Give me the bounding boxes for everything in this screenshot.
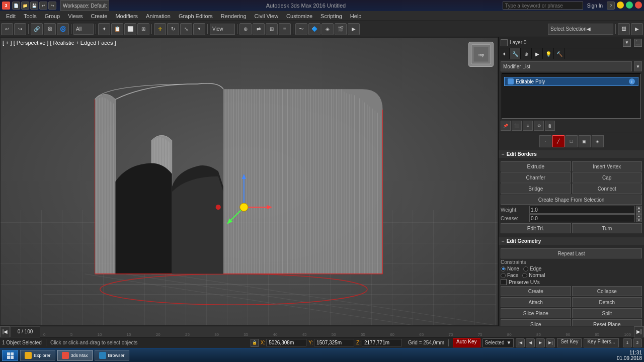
timeline-track[interactable]: 0 5 10 15 20 25 30 35 40 45 50 55 60 65 … [40, 326, 634, 337]
stack-delete-btn[interactable]: 🗑 [545, 121, 555, 131]
auto-key-btn[interactable]: Auto Key [453, 338, 480, 347]
weight-up-btn[interactable]: ▲ [636, 206, 642, 210]
modifier-list-dropdown[interactable]: Modifier List [501, 61, 632, 71]
scale-btn[interactable]: ⤡ [180, 23, 192, 35]
quick-access-open[interactable]: 📁 [21, 2, 29, 10]
none-radio[interactable]: None [501, 266, 519, 272]
selected-dropdown[interactable]: Selected▼ [482, 338, 514, 347]
render-btn[interactable]: ▶ [348, 23, 360, 35]
task-browser[interactable]: Browser [95, 350, 129, 361]
connect-btn[interactable]: Connect [572, 184, 642, 194]
menu-rendering[interactable]: Rendering [217, 11, 251, 21]
reset-plane-btn[interactable]: Reset Plane [572, 319, 642, 326]
render-frame-btn[interactable]: 🖼 [618, 23, 630, 35]
search-input[interactable] [503, 2, 583, 10]
weight-input[interactable] [529, 206, 635, 214]
menu-graph-editors[interactable]: Graph Editors [175, 11, 217, 21]
workspace-dropdown[interactable]: Workspace: Default [60, 0, 109, 11]
menu-animation[interactable]: Animation [142, 11, 175, 21]
crease-up-btn[interactable]: ▲ [636, 214, 642, 218]
create-shape-btn[interactable]: Create Shape From Selection [501, 195, 642, 205]
tab-motion[interactable]: ▶ [532, 48, 543, 59]
align-btn[interactable]: ⊞ [266, 23, 278, 35]
viewport[interactable]: [ + ] [ Perspective ] [ Realistic + Edge… [0, 37, 498, 326]
slice-btn[interactable]: Slice [501, 319, 571, 326]
slice-plane-btn[interactable]: Slice Plane [501, 308, 571, 318]
element-sub-obj[interactable]: ◈ [592, 135, 604, 147]
move-btn[interactable]: ✛ [154, 23, 166, 35]
quick-access-save[interactable]: 💾 [30, 2, 38, 10]
face-radio[interactable]: Face [501, 273, 518, 278]
stack-pin-btn[interactable]: 📌 [501, 121, 511, 131]
anim-play[interactable]: ▶ [536, 338, 545, 347]
nav-cube[interactable]: Top [468, 42, 494, 67]
quick-render-btn[interactable]: ▶ [631, 23, 643, 35]
normal-radio[interactable]: Normal [522, 273, 545, 278]
detach-btn[interactable]: Detach [572, 297, 642, 307]
bridge-btn[interactable]: Bridge [501, 184, 571, 194]
tab-modify[interactable]: 🔧 [510, 48, 521, 59]
menu-create[interactable]: Create [87, 11, 111, 21]
cap-btn[interactable]: Cap [572, 172, 642, 183]
edit-geometry-header[interactable]: Edit Geometry [499, 237, 644, 245]
polygon-sub-obj[interactable]: ▣ [579, 135, 591, 147]
menu-customize[interactable]: Customize [282, 11, 316, 21]
lock-btn[interactable]: 🔒 [251, 339, 259, 347]
select-btn[interactable]: ✦ [98, 23, 110, 35]
layer-btn[interactable]: ≡ [279, 23, 291, 35]
timeline-play-back[interactable]: |◀ [0, 326, 10, 337]
create-geo-btn[interactable]: Create [501, 286, 571, 296]
sign-in-btn[interactable]: Sign In [587, 3, 603, 9]
split-btn[interactable]: Split [572, 308, 642, 318]
time-1[interactable]: 1 [623, 338, 632, 347]
select-link-btn[interactable]: 🔗 [31, 23, 43, 35]
anim-prev-frame[interactable]: ◀ [526, 338, 535, 347]
y-value[interactable]: 1507,325m [314, 339, 354, 346]
tab-display[interactable]: 💡 [543, 48, 554, 59]
render-setup-btn[interactable]: 🎬 [335, 23, 347, 35]
scale-dropdown[interactable]: ▼ [193, 23, 205, 35]
quick-access-new[interactable]: 📄 [12, 2, 20, 10]
modifier-list-arrow[interactable]: ▼ [634, 61, 642, 71]
edit-borders-header[interactable]: Edit Borders [499, 150, 644, 158]
stack-show-all-btn[interactable]: ≡ [523, 121, 533, 131]
anim-skip-start[interactable]: |◀ [516, 338, 525, 347]
collapse-btn[interactable]: Collapse [572, 286, 642, 296]
extrude-btn[interactable]: Extrude [501, 161, 571, 171]
mirror-btn[interactable]: ⇄ [253, 23, 265, 35]
vertex-sub-obj[interactable]: · [539, 135, 551, 147]
redo-toolbar-btn[interactable]: ↪ [14, 23, 26, 35]
preserve-uvs-check[interactable] [501, 279, 507, 285]
anim-next-frame[interactable]: ▶| [546, 338, 555, 347]
menu-group[interactable]: Group [41, 11, 64, 21]
z-value[interactable]: 2177,771m [362, 339, 402, 346]
help-btn[interactable]: ? [607, 2, 615, 10]
menu-modifiers[interactable]: Modifiers [111, 11, 142, 21]
menu-tools[interactable]: Tools [20, 11, 41, 21]
layer-expand-btn[interactable]: ▼ [623, 39, 631, 47]
crease-down-btn[interactable]: ▼ [636, 218, 642, 222]
x-value[interactable]: 5026,308m [266, 339, 306, 346]
time-2[interactable]: 2 [633, 338, 642, 347]
rect-select-btn[interactable]: ⬜ [124, 23, 136, 35]
window-cross-btn[interactable]: ⊞ [137, 23, 149, 35]
turn-btn[interactable]: Turn [572, 223, 642, 233]
maximize-btn[interactable] [626, 2, 633, 9]
edit-tri-btn[interactable]: Edit Tri. [501, 223, 571, 233]
bind-space-warp-btn[interactable]: 🌀 [57, 23, 69, 35]
schematic-btn[interactable]: 🔷 [308, 23, 320, 35]
key-filters-btn[interactable]: Key Filters... [584, 338, 619, 347]
curve-editor-btn[interactable]: 〜 [295, 23, 307, 35]
task-explorer[interactable]: Explorer [20, 350, 55, 361]
select-name-btn[interactable]: 📋 [111, 23, 123, 35]
undo-btn[interactable]: ↩ [39, 2, 47, 10]
border-sub-obj[interactable]: □ [566, 135, 578, 147]
unlink-btn[interactable]: ⛓ [44, 23, 56, 35]
set-key-btn[interactable]: Set Key [557, 338, 582, 347]
start-btn[interactable] [2, 350, 18, 361]
weight-down-btn[interactable]: ▼ [636, 210, 642, 214]
pivot-btn[interactable]: ⊕ [239, 23, 252, 35]
timeline-play-forward[interactable]: ▶| [634, 326, 644, 337]
redo-btn[interactable]: ↪ [48, 2, 56, 10]
material-btn[interactable]: ◈ [321, 23, 334, 35]
